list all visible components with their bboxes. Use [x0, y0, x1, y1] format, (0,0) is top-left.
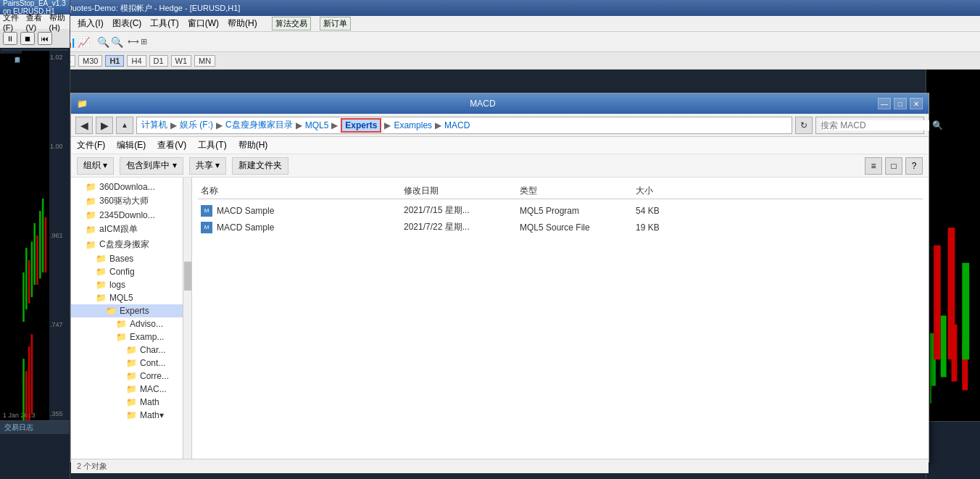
new-folder-btn[interactable]: 新建文件夹 [232, 157, 288, 175]
tf-d1[interactable]: D1 [149, 55, 168, 67]
tf-h1[interactable]: H1 [105, 55, 124, 67]
addr-experts[interactable]: Experts [341, 118, 381, 133]
exp-menu-view[interactable]: 查看(V) [157, 139, 186, 151]
refresh-btn[interactable]: ↻ [795, 117, 813, 134]
tf-m30[interactable]: M30 [78, 55, 102, 67]
tree-bases[interactable]: 📁 Bases [71, 252, 183, 265]
addr-sep-5: ▶ [384, 120, 391, 130]
right-bottom [926, 421, 980, 479]
ea-menu-help[interactable]: 帮助(H) [49, 12, 67, 32]
tf-w1[interactable]: W1 [171, 55, 192, 67]
zoom-out-icon[interactable]: 🔍 [111, 36, 123, 48]
view-controls: ≡ □ ? [865, 157, 923, 175]
tree-label-math2: Math▾ [140, 410, 164, 420]
col-name[interactable]: 名称 [201, 185, 404, 197]
back-btn[interactable]: ◀ [75, 117, 93, 134]
mt4-menu-tools[interactable]: 工具(T) [150, 17, 178, 30]
new-order-btn[interactable]: 新订单 [320, 17, 351, 30]
tree-label-advisors: Adviso... [130, 319, 163, 329]
tree-advisors[interactable]: 📁 Adviso... [71, 317, 183, 330]
toolbar-grid[interactable]: ⊞ [141, 37, 147, 46]
price-labels: 1.02 1.00 .961 .747 .355 [49, 51, 70, 420]
tree-experts[interactable]: 📁 Experts [71, 304, 183, 317]
folder-icon-cmig: 📁 [86, 240, 96, 250]
tree-2345[interactable]: 📁 2345Downlo... [71, 209, 183, 222]
file-size-1: 54 KB [636, 206, 694, 216]
forward-btn[interactable]: ▶ [96, 117, 113, 134]
exp-menu-help[interactable]: 帮助(H) [238, 139, 268, 151]
tf-h4[interactable]: H4 [127, 55, 146, 67]
tree-mql5[interactable]: 📁 MQL5 [71, 291, 183, 304]
addr-entertainment[interactable]: 娱乐 (F:) [180, 119, 213, 131]
mt4-menu-help[interactable]: 帮助(H) [228, 17, 257, 30]
tree-corre[interactable]: 📁 Corre... [71, 370, 183, 383]
exp-menu-file[interactable]: 文件(F) [77, 139, 105, 151]
exp-content: 📁 360Downloa... 📁 360驱动大师 📁 2345Downlo..… [71, 178, 929, 459]
svg-rect-7 [42, 199, 44, 272]
mt4-menubar: 文件(F) 查看(V) 插入(I) 图表(C) 工具(T) 窗口(W) 帮助(H… [0, 16, 980, 32]
addr-mql5[interactable]: MQL5 [305, 120, 329, 130]
addr-macd[interactable]: MACD [444, 120, 470, 130]
ea-menu-test[interactable]: 查看(V) [26, 12, 43, 32]
col-type[interactable]: 类型 [520, 185, 636, 197]
tree-logs[interactable]: 📁 logs [71, 278, 183, 291]
close-btn[interactable]: ✕ [910, 98, 923, 109]
ea-pause-btn[interactable]: ⏸ [3, 32, 17, 45]
tree-aicm[interactable]: 📁 aICM跟单 [71, 222, 183, 237]
log-tab[interactable]: 交易日志 [0, 421, 70, 434]
folder-icon-advisors: 📁 [116, 319, 127, 329]
view-details-btn[interactable]: □ [885, 157, 902, 175]
tree-math2[interactable]: 📁 Math▾ [71, 409, 183, 422]
share-btn[interactable]: 共享 ▾ [189, 157, 226, 175]
file-row-1[interactable]: M MACD Sample 2021/7/15 星期... MQL5 Progr… [198, 202, 923, 219]
tree-scrollbar[interactable] [183, 178, 192, 459]
address-bar[interactable]: 计算机 ▶ 娱乐 (F:) ▶ C盘瘦身搬家目录 ▶ MQL5 ▶ Expert… [136, 117, 792, 134]
svg-rect-1 [25, 248, 28, 309]
maximize-btn[interactable]: □ [894, 98, 907, 109]
ea-controls: ⏸ ⏹ ⏮ [0, 29, 70, 48]
file-row-2[interactable]: M MACD Sample 2021/7/22 星期... MQL5 Sourc… [198, 219, 923, 236]
view-list-btn[interactable]: ≡ [865, 157, 882, 175]
mt4-menu-chart[interactable]: 图表(C) [112, 17, 142, 30]
minimize-btn[interactable]: — [878, 98, 891, 109]
tree-cont[interactable]: 📁 Cont... [71, 357, 183, 370]
tree-c-migrate[interactable]: 📁 C盘瘦身搬家 [71, 237, 183, 252]
exp-menu-tools[interactable]: 工具(T) [198, 139, 226, 151]
zoom-in-icon[interactable]: 🔍 [97, 36, 109, 48]
tree-char[interactable]: 📁 Char... [71, 343, 183, 357]
ea-play-btn[interactable]: ⏮ [38, 32, 52, 45]
price-5: .355 [50, 410, 69, 417]
toolbar-arrows[interactable]: ⟷ [128, 37, 139, 46]
up-btn[interactable]: ▲ [116, 117, 133, 134]
mt4-menu-window[interactable]: 窗口(W) [188, 17, 219, 30]
col-size[interactable]: 大小 [636, 185, 694, 197]
tree-scrollbar-thumb[interactable] [184, 262, 191, 291]
tf-mn[interactable]: MN [194, 55, 215, 67]
ea-menu-c[interactable]: 文件(F) [3, 12, 20, 32]
search-input[interactable] [821, 120, 929, 130]
toolbar-icon-6[interactable]: 📈 [78, 36, 90, 48]
folder-icon-360drv: 📁 [86, 196, 96, 207]
organize-btn[interactable]: 组织 ▾ [77, 157, 114, 175]
addr-examples[interactable]: Examples [394, 120, 432, 130]
col-date[interactable]: 修改日期 [404, 185, 520, 197]
exp-menu-edit[interactable]: 编辑(E) [117, 139, 146, 151]
tree-macd[interactable]: 📁 MAC... [71, 383, 183, 396]
log-tab-label: 交易日志 [4, 422, 33, 433]
ea-stop-btn[interactable]: ⏹ [20, 32, 35, 45]
addr-computer[interactable]: 计算机 [141, 119, 167, 131]
algo-trading-btn[interactable]: 算法交易 [272, 17, 311, 30]
file-name-2: M MACD Sample [201, 222, 404, 233]
addr-migrate[interactable]: C盘瘦身搬家目录 [225, 119, 293, 131]
tree-360driver[interactable]: 📁 360驱动大师 [71, 193, 183, 209]
exp-statusbar: 2 个对象 [71, 459, 929, 473]
mt4-menu-insert[interactable]: 插入(I) [78, 17, 103, 30]
view-help-btn[interactable]: ? [905, 157, 923, 175]
tree-examples[interactable]: 📁 Examp... [71, 330, 183, 343]
tree-math1[interactable]: 📁 Math [71, 396, 183, 409]
tree-label-config: Config [109, 267, 135, 277]
include-library-btn[interactable]: 包含到库中 ▾ [120, 157, 183, 175]
folder-icon-cont: 📁 [126, 358, 137, 368]
tree-360download[interactable]: 📁 360Downloa... [71, 180, 183, 193]
tree-config[interactable]: 📁 Config [71, 265, 183, 278]
